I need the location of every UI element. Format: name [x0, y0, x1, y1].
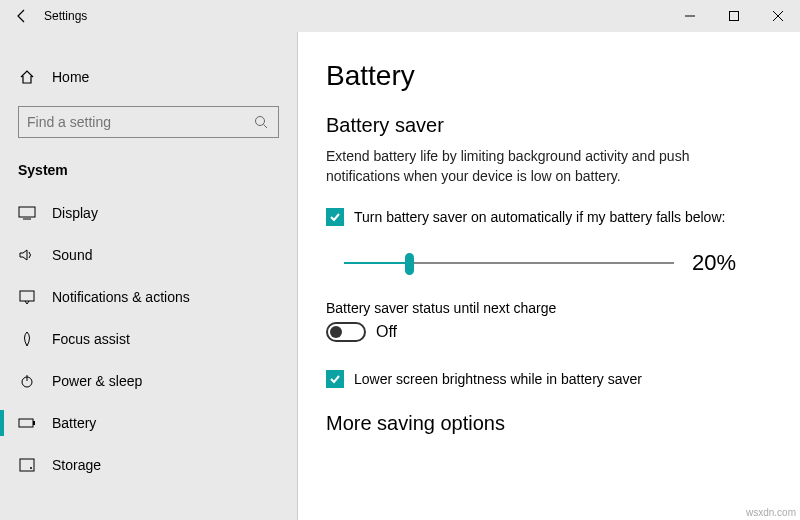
sidebar-item-label: Display — [52, 205, 98, 221]
page-title: Battery — [326, 60, 772, 92]
brightness-row[interactable]: Lower screen brightness while in battery… — [326, 370, 772, 388]
check-icon — [329, 373, 341, 385]
auto-on-label: Turn battery saver on automatically if m… — [354, 209, 725, 225]
toggle-knob — [330, 326, 342, 338]
status-label: Battery saver status until next charge — [326, 300, 772, 316]
sidebar-item-display[interactable]: Display — [0, 192, 297, 234]
svg-rect-6 — [19, 207, 35, 217]
svg-rect-8 — [20, 291, 34, 301]
search-icon — [252, 113, 270, 131]
search-box[interactable] — [18, 106, 279, 138]
close-button[interactable] — [756, 0, 800, 32]
sidebar-item-label: Battery — [52, 415, 96, 431]
arrow-left-icon — [15, 9, 29, 23]
auto-on-row[interactable]: Turn battery saver on automatically if m… — [326, 208, 772, 226]
storage-icon — [18, 456, 36, 474]
sidebar-home[interactable]: Home — [0, 62, 297, 92]
window-title: Settings — [44, 9, 87, 23]
auto-on-checkbox[interactable] — [326, 208, 344, 226]
slider-track-fill — [344, 262, 410, 264]
sidebar-item-label: Notifications & actions — [52, 289, 190, 305]
sidebar-home-label: Home — [52, 69, 89, 85]
sidebar-item-power[interactable]: Power & sleep — [0, 360, 297, 402]
sidebar-item-focus[interactable]: Focus assist — [0, 318, 297, 360]
focus-icon — [18, 330, 36, 348]
minimize-button[interactable] — [668, 0, 712, 32]
maximize-icon — [729, 11, 739, 21]
sidebar-item-label: Power & sleep — [52, 373, 142, 389]
section-more-options-title: More saving options — [326, 412, 772, 435]
svg-rect-11 — [19, 419, 33, 427]
sound-icon — [18, 246, 36, 264]
sidebar-item-label: Sound — [52, 247, 92, 263]
status-toggle[interactable] — [326, 322, 366, 342]
back-button[interactable] — [0, 0, 44, 32]
check-icon — [329, 211, 341, 223]
minimize-icon — [685, 11, 695, 21]
svg-line-5 — [264, 125, 268, 129]
threshold-value: 20% — [692, 250, 736, 276]
sidebar: Home System Display Sound Notifications … — [0, 32, 298, 520]
sidebar-item-battery[interactable]: Battery — [0, 402, 297, 444]
sidebar-category: System — [0, 156, 297, 192]
battery-icon — [18, 414, 36, 432]
status-value: Off — [376, 323, 397, 341]
svg-point-4 — [256, 117, 265, 126]
brightness-label: Lower screen brightness while in battery… — [354, 371, 642, 387]
power-icon — [18, 372, 36, 390]
display-icon — [18, 204, 36, 222]
sidebar-item-storage[interactable]: Storage — [0, 444, 297, 486]
sidebar-item-sound[interactable]: Sound — [0, 234, 297, 276]
svg-rect-12 — [33, 421, 35, 425]
brightness-checkbox[interactable] — [326, 370, 344, 388]
slider-thumb[interactable] — [405, 253, 414, 275]
notifications-icon — [18, 288, 36, 306]
svg-rect-1 — [730, 12, 739, 21]
sidebar-item-notifications[interactable]: Notifications & actions — [0, 276, 297, 318]
home-icon — [18, 68, 36, 86]
maximize-button[interactable] — [712, 0, 756, 32]
watermark: wsxdn.com — [746, 507, 796, 518]
section-battery-saver-desc: Extend battery life by limiting backgrou… — [326, 147, 736, 186]
svg-rect-13 — [20, 459, 34, 471]
search-input[interactable] — [27, 114, 247, 130]
main-content: Battery Battery saver Extend battery lif… — [298, 32, 800, 520]
close-icon — [773, 11, 783, 21]
section-battery-saver-title: Battery saver — [326, 114, 772, 137]
threshold-slider[interactable] — [344, 251, 674, 275]
svg-point-14 — [30, 467, 32, 469]
sidebar-item-label: Storage — [52, 457, 101, 473]
sidebar-item-label: Focus assist — [52, 331, 130, 347]
